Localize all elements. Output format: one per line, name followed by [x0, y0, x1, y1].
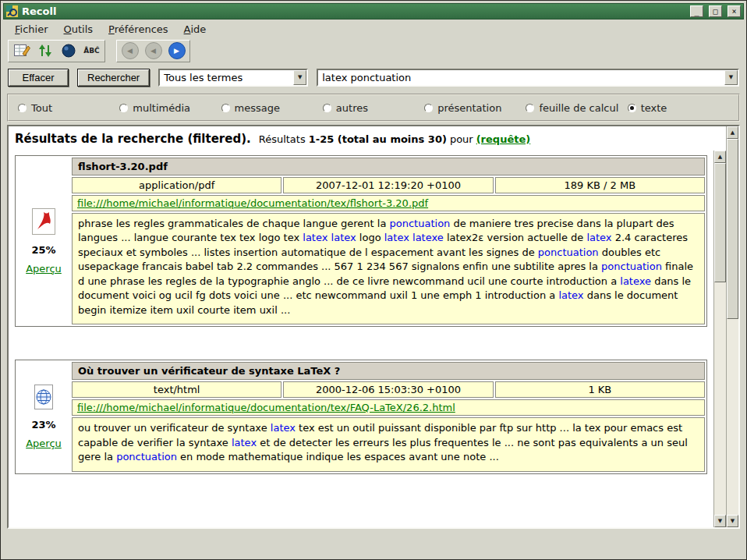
result-size: 1 KB	[495, 381, 705, 398]
menubar: FichierOutilsPréférencesAide	[3, 19, 744, 38]
result-left-column: 25%Aperçu	[17, 158, 70, 324]
scrollbar-track[interactable]	[714, 163, 726, 515]
filter-row: Toutmultimédiamessageautresprésentationf…	[7, 94, 740, 122]
menu-outils[interactable]: Outils	[57, 21, 101, 37]
results-inner: 25%Aperçuflshort-3.20.pdfapplication/pdf…	[9, 151, 726, 527]
filter-label: présentation	[437, 102, 501, 114]
result-detail-column: flshort-3.20.pdfapplication/pdf2007-12-0…	[72, 158, 705, 324]
query-details-icon	[61, 43, 76, 58]
html-file-icon	[32, 385, 55, 412]
scroll-up-icon[interactable]: ▲	[727, 126, 738, 139]
previous-page-icon: ◀	[150, 47, 156, 55]
result-title: Où trouver un vérificateur de syntaxe La…	[72, 362, 705, 380]
previous-page-button[interactable]: ◀	[143, 42, 164, 60]
clear-search-icon	[13, 43, 30, 58]
result-url-link[interactable]: file:///home/michael/informatique/docume…	[77, 402, 455, 413]
snippet-highlight: latex	[558, 289, 583, 301]
filter-label: multimédia	[133, 102, 190, 114]
snippet-highlight: latex latexe	[384, 232, 444, 243]
menu-aide[interactable]: Aide	[177, 21, 214, 37]
close-button[interactable]: ×	[728, 5, 741, 17]
filter-label: texte	[641, 102, 667, 114]
radio-icon	[221, 104, 230, 112]
result-url-link[interactable]: file:///home/michael/informatique/docume…	[77, 197, 428, 209]
radio-icon	[119, 104, 128, 112]
result-mime: text/html	[72, 381, 281, 398]
recoll-window: Recoll _ □ × FichierOutilsPréférencesAid…	[0, 0, 747, 560]
search-button[interactable]: Rechercher	[77, 69, 150, 87]
toolbar: ÂBĈ ◀ ◀ ▶	[3, 38, 744, 63]
search-mode-select[interactable]: Tous les termes ▼	[158, 69, 308, 87]
preview-link[interactable]: Aperçu	[26, 263, 62, 275]
next-page-button[interactable]: ▶	[166, 42, 187, 60]
results-range: 1-25 (total au moins 30)	[309, 133, 447, 145]
chevron-down-icon[interactable]: ▼	[293, 70, 306, 85]
scrollbar-thumb[interactable]	[714, 163, 726, 282]
menu-préférences[interactable]: Préférences	[101, 21, 175, 37]
scroll-up-icon[interactable]: ▲	[714, 151, 726, 163]
query-combobox[interactable]: ▼	[317, 69, 739, 87]
snippet-highlight: ponctuation	[390, 218, 451, 229]
snippet-highlight: latex latex	[303, 232, 356, 243]
result-date: 2000-12-06 15:03:30 +0100	[283, 381, 493, 398]
chevron-down-icon[interactable]: ▼	[724, 70, 738, 85]
window-title: Recoll	[22, 5, 685, 17]
radio-icon	[18, 104, 27, 112]
results-count-prefix: Résultats	[259, 133, 306, 145]
filter-message[interactable]: message	[221, 102, 323, 114]
filter-texte[interactable]: texte	[628, 102, 729, 114]
clear-search-button[interactable]	[11, 42, 32, 60]
filter-multimédia[interactable]: multimédia	[119, 102, 221, 114]
result-title: flshort-3.20.pdf	[72, 158, 705, 175]
result-meta-row: application/pdf2007-12-01 12:19:20 +0100…	[72, 177, 705, 193]
menu-fichier[interactable]: Fichier	[8, 21, 55, 37]
result-meta-row: text/html2000-12-06 15:03:30 +01001 KB	[72, 381, 705, 398]
scrollbar-thumb[interactable]	[727, 139, 738, 319]
results-area-scrollbar[interactable]: ▲ ▼	[726, 126, 738, 527]
scroll-down-icon[interactable]: ▼	[727, 515, 738, 527]
preview-link[interactable]: Aperçu	[26, 438, 62, 449]
query-details-link[interactable]: (requête)	[476, 133, 531, 145]
results-area: Résultats de la recherche (filtered).Rés…	[7, 125, 740, 529]
results-header-title: Résultats de la recherche (filtered).	[15, 132, 251, 146]
minimize-button[interactable]: _	[690, 5, 703, 17]
term-explorer-icon: ÂBĈ	[83, 47, 99, 55]
result-date: 2007-12-01 12:19:20 +0100	[283, 177, 493, 193]
radio-icon	[424, 104, 433, 112]
search-row: Effacer Rechercher Tous les termes ▼ ▼	[3, 63, 744, 91]
snippet-highlight: latexe	[620, 275, 651, 287]
radio-icon	[526, 104, 534, 112]
pdf-file-icon	[32, 208, 55, 237]
filter-autres[interactable]: autres	[323, 102, 424, 114]
first-page-button[interactable]: ◀	[119, 42, 140, 60]
results-list: 25%Aperçuflshort-3.20.pdfapplication/pdf…	[9, 151, 713, 527]
query-details-button[interactable]	[58, 42, 79, 60]
sort-by-dates-button[interactable]	[34, 42, 55, 60]
result-size: 189 KB / 2 MB	[495, 177, 705, 193]
query-input[interactable]	[318, 72, 724, 83]
results-list-scrollbar[interactable]: ▲ ▼	[713, 151, 726, 527]
scroll-down-icon[interactable]: ▼	[714, 515, 726, 527]
result-url-row: file:///home/michael/informatique/docume…	[72, 195, 705, 211]
radio-icon	[628, 104, 636, 112]
scrollbar-track[interactable]	[727, 139, 738, 515]
maximize-button[interactable]: □	[709, 5, 722, 17]
result-detail-column: Où trouver un vérificateur de syntaxe La…	[72, 362, 705, 471]
filter-label: Tout	[31, 102, 52, 114]
filter-feuille-de-calcul[interactable]: feuille de calcul	[526, 102, 627, 114]
snippet-text: latex2ε version actuelle de	[444, 232, 587, 243]
filter-Tout[interactable]: Tout	[18, 102, 119, 114]
clear-button[interactable]: Effacer	[8, 69, 69, 87]
recoll-logo-icon	[6, 5, 18, 17]
snippet-highlight: ponctuation	[116, 451, 177, 463]
results-connector: pour	[450, 133, 473, 145]
filter-label: feuille de calcul	[539, 102, 618, 114]
snippet-text: ou trouver un verificateur de syntaxe	[78, 422, 271, 434]
snippet-highlight: latex	[586, 232, 611, 243]
results-header: Résultats de la recherche (filtered).Rés…	[9, 126, 726, 151]
term-explorer-button[interactable]: ÂBĈ	[81, 42, 102, 60]
filter-présentation[interactable]: présentation	[424, 102, 526, 114]
relevance-percent: 25%	[31, 244, 55, 256]
statusbar	[3, 529, 744, 557]
titlebar[interactable]: Recoll _ □ ×	[3, 3, 744, 19]
